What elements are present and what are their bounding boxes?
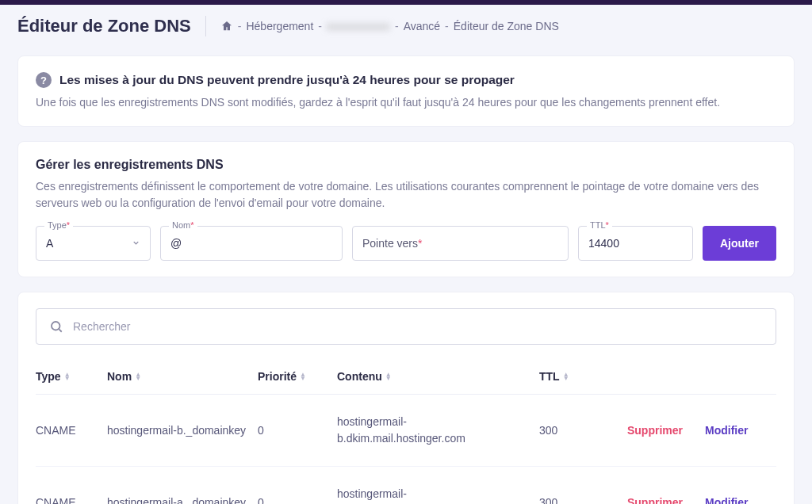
name-label: Nom* (169, 220, 197, 230)
dns-records-card: Type▲▼ Nom▲▼ Priorité▲▼ Contenu▲▼ TTL▲▼ … (17, 292, 795, 504)
search-input[interactable] (73, 320, 763, 333)
cell-ttl: 300 (539, 422, 603, 439)
name-input[interactable] (170, 237, 332, 250)
col-ttl[interactable]: TTL▲▼ (539, 370, 603, 383)
col-content[interactable]: Contenu▲▼ (337, 370, 539, 383)
col-priority[interactable]: Priorité▲▼ (258, 370, 337, 383)
breadcrumb-domain-blurred: xxxxxxxxxx (327, 20, 390, 32)
notice-body: Une fois que les enregistrements DNS son… (36, 94, 776, 110)
sort-icon: ▲▼ (64, 372, 71, 380)
manage-title: Gérer les enregistrements DNS (36, 158, 776, 172)
modify-link[interactable]: Modifier (705, 422, 776, 439)
sort-icon: ▲▼ (300, 372, 306, 380)
breadcrumb-separator: - (318, 20, 322, 32)
sort-icon: ▲▼ (135, 372, 141, 380)
page-title: Éditeur de Zone DNS (17, 16, 191, 36)
type-select[interactable]: Type* A (36, 226, 151, 261)
delete-link[interactable]: Supprimer (603, 494, 705, 504)
pointe-vers-placeholder: Pointe vers* (362, 237, 423, 250)
chevron-down-icon (132, 237, 140, 250)
notice-title: Les mises à jour du DNS peuvent prendre … (59, 73, 515, 87)
breadcrumb-current: Éditeur de Zone DNS (454, 20, 559, 32)
home-icon[interactable] (220, 20, 233, 32)
cell-content: hostingermail-b.dkim.mail.hostinger.com (337, 414, 539, 447)
pointe-vers-field[interactable]: Pointe vers* (352, 226, 569, 261)
breadcrumb-separator: - (395, 20, 399, 32)
ttl-label: TTL* (587, 220, 612, 230)
name-field[interactable]: Nom* (160, 226, 343, 261)
info-icon: ? (36, 72, 52, 88)
table-row: CNAME hostingermail-a._domainkey 0 hosti… (36, 467, 776, 504)
breadcrumb-separator: - (238, 20, 242, 32)
type-value: A (46, 237, 127, 250)
cell-content: hostingermail-a.dkim.mail.hostinger.com (337, 486, 539, 504)
cell-name: hostingermail-a._domainkey (107, 494, 258, 504)
col-name[interactable]: Nom▲▼ (107, 370, 258, 383)
vertical-divider (205, 16, 206, 36)
breadcrumb: - Hébergement - xxxxxxxxxx - Avancé - Éd… (220, 20, 559, 32)
cell-priority: 0 (258, 494, 337, 504)
cell-priority: 0 (258, 422, 337, 439)
type-label: Type* (44, 220, 73, 230)
dns-propagation-notice: ? Les mises à jour du DNS peuvent prendr… (17, 55, 795, 127)
page-header: Éditeur de Zone DNS - Hébergement - xxxx… (0, 5, 812, 48)
manage-dns-card: Gérer les enregistrements DNS Ces enregi… (17, 141, 795, 277)
sort-icon: ▲▼ (563, 372, 569, 380)
add-button[interactable]: Ajouter (703, 226, 776, 261)
breadcrumb-hosting[interactable]: Hébergement (246, 20, 313, 32)
cell-ttl: 300 (539, 494, 603, 504)
add-record-form: Type* A Nom* Pointe vers* TTL* Ajouter (36, 226, 776, 261)
breadcrumb-advanced[interactable]: Avancé (404, 20, 440, 32)
ttl-input[interactable] (588, 237, 683, 250)
svg-point-0 (52, 322, 60, 330)
breadcrumb-separator: - (445, 20, 449, 32)
dns-table: Type▲▼ Nom▲▼ Priorité▲▼ Contenu▲▼ TTL▲▼ … (36, 362, 776, 504)
cell-name: hostingermail-b._domainkey (107, 422, 258, 439)
cell-type: CNAME (36, 494, 107, 504)
cell-type: CNAME (36, 422, 107, 439)
search-container[interactable] (36, 308, 776, 345)
modify-link[interactable]: Modifier (705, 494, 776, 504)
sort-icon: ▲▼ (385, 372, 392, 380)
svg-line-1 (59, 330, 61, 332)
ttl-field[interactable]: TTL* (578, 226, 693, 261)
table-header: Type▲▼ Nom▲▼ Priorité▲▼ Contenu▲▼ TTL▲▼ (36, 362, 776, 395)
search-icon (49, 319, 63, 334)
delete-link[interactable]: Supprimer (603, 422, 705, 439)
manage-description: Ces enregistrements définissent le compo… (36, 178, 776, 212)
col-type[interactable]: Type▲▼ (36, 370, 107, 383)
table-row: CNAME hostingermail-b._domainkey 0 hosti… (36, 395, 776, 467)
